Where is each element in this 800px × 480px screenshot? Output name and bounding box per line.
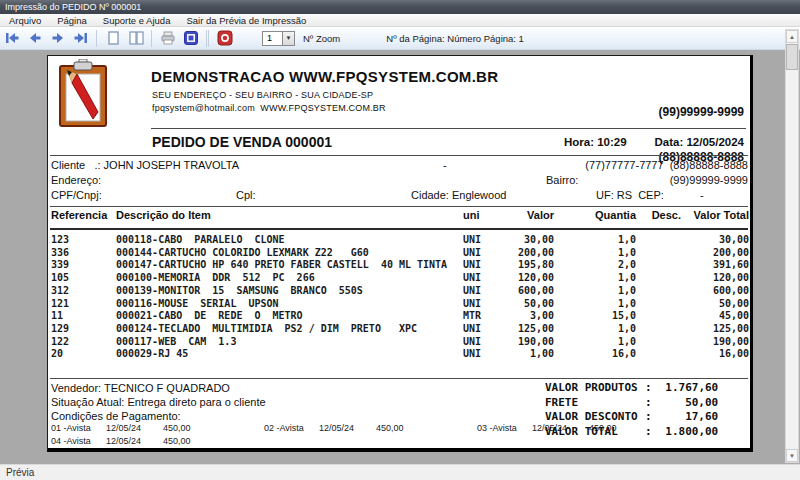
first-page-icon [4, 30, 20, 46]
table-header: Referencia Descrição do Item uni Valor Q… [48, 209, 753, 221]
cell-valor-total: 120,00 [681, 272, 749, 285]
cell-valor: 3,00 [505, 310, 554, 323]
table-row: 20 000029-RJ 45 UNI 1,00 16,0 16,00 [48, 348, 753, 361]
cell-descricao: 000124-TECLADO MULTIMIDIA PS2 / DIM PRET… [116, 323, 460, 336]
prev-page-button[interactable] [24, 29, 45, 48]
payment-value: 450,00 [163, 422, 213, 435]
titlebar[interactable]: Impressão do PEDIDO Nº 000001 [0, 0, 800, 14]
cell-descricao: 000029-RJ 45 [116, 348, 460, 361]
company-phone-1: (99)99999-9999 [659, 105, 744, 120]
vertical-scrollbar[interactable]: ▲ ▼ [785, 29, 799, 463]
menu-item[interactable]: Arquivo [1, 14, 49, 27]
total-label: VALOR PRODUTOS [545, 381, 645, 396]
table-row: 123 000118-CABO PARALELO CLONE UNI 30,00… [48, 234, 753, 247]
last-page-icon [73, 30, 89, 46]
last-page-button[interactable] [70, 29, 91, 48]
payment-item: 02 -Avista 12/05/24 450,00 [264, 422, 477, 435]
cell-referencia: 339 [51, 259, 116, 272]
zoom-value[interactable]: 1 [262, 31, 282, 46]
first-page-button[interactable] [1, 29, 22, 48]
company-name: DEMONSTRACAO WWW.FPQSYSTEM.COM.BR [151, 68, 498, 85]
status-text: Prévia [6, 467, 34, 478]
cell-quantia: 2,0 [554, 259, 636, 272]
page-number-label: Nº da Página: Número Página: 1 [386, 33, 524, 44]
next-page-icon [50, 30, 66, 46]
menu-item[interactable]: Sair da Prévia de Impressão [178, 14, 314, 27]
cell-referencia: 312 [51, 285, 116, 298]
total-row: VALOR DESCONTO: 17,60 [545, 410, 718, 425]
table-row: 105 000100-MEMORIA DDR 512 PC 266 UNI 12… [48, 272, 753, 285]
prev-page-icon [27, 30, 43, 46]
cell-desc [636, 298, 681, 311]
col-referencia: Referencia [51, 209, 116, 221]
cell-descricao: 000118-CABO PARALELO CLONE [116, 234, 460, 247]
scrollbar-thumb[interactable] [786, 44, 798, 70]
two-page-icon [128, 30, 144, 46]
company-website: WWW.FPQSYSTEM.COM.BR [260, 103, 386, 113]
print-setup-button[interactable] [180, 29, 201, 48]
client-cep-value: - [700, 189, 704, 201]
toolbar-separator [206, 30, 207, 47]
document-page: DEMONSTRACAO WWW.FPQSYSTEM.COM.BR SEU EN… [47, 55, 753, 452]
menu-item[interactable]: Suporte e Ajuda [95, 14, 179, 27]
col-desc: Desc. [636, 209, 681, 221]
cell-valor-total: 600,00 [681, 285, 749, 298]
cell-uni: UNI [460, 259, 505, 272]
print-setup-icon [183, 30, 199, 46]
payment-value: 450,00 [376, 422, 426, 435]
total-row: VALOR PRODUTOS: 1.767,60 [545, 381, 718, 396]
statusbar: Prévia [0, 464, 800, 480]
total-colon: : [645, 396, 652, 409]
toolbar-separator [151, 30, 152, 47]
cell-uni: UNI [460, 336, 505, 349]
cell-valor: 120,00 [505, 272, 554, 285]
chevron-down-icon[interactable]: ▼ [282, 31, 295, 46]
table-row: 129 000124-TECLADO MULTIMIDIA PS2 / DIM … [48, 323, 753, 336]
cell-valor-total: 30,00 [681, 234, 749, 247]
menu-item[interactable]: Página [49, 14, 95, 27]
cell-desc [636, 323, 681, 336]
single-page-view-button[interactable] [102, 29, 123, 48]
scroll-up-icon[interactable]: ▲ [786, 30, 798, 43]
total-value: 1.767,60 [658, 381, 718, 396]
toolbar-separator [208, 30, 209, 47]
table-row: 339 000147-CARTUCHO HP 640 PRETO FABER C… [48, 259, 753, 272]
cell-descricao: 000117-WEB CAM 1.3 [116, 336, 460, 349]
next-page-button[interactable] [47, 29, 68, 48]
printer-icon [160, 30, 176, 46]
divider [50, 228, 748, 230]
cell-desc [636, 348, 681, 361]
zoom-label: Nº Zoom [303, 33, 340, 44]
order-time: Hora: 10:29 [564, 136, 627, 148]
col-valor-total: Valor Total [681, 209, 749, 221]
cell-valor-total: 391,60 [681, 259, 749, 272]
app-window: Impressão do PEDIDO Nº 000001 Arquivo Pá… [0, 0, 800, 480]
payment-date: 12/05/24 [106, 435, 163, 448]
scroll-down-icon[interactable]: ▼ [786, 449, 798, 462]
cell-valor: 600,00 [505, 285, 554, 298]
cell-descricao: 000021-CABO DE REDE O METRO [116, 310, 460, 323]
cell-desc [636, 259, 681, 272]
client-cpl-label: Cpl: [236, 189, 256, 201]
client-uf-cep-label: UF: RS CEP: [596, 189, 664, 201]
payment-label: 04 -Avista [51, 435, 106, 448]
preview-area[interactable]: DEMONSTRACAO WWW.FPQSYSTEM.COM.BR SEU EN… [0, 50, 785, 464]
col-valor: Valor [505, 209, 554, 221]
cell-quantia: 1,0 [554, 247, 636, 260]
zoom-combobox[interactable]: 1 ▼ [262, 31, 295, 46]
total-value: 1.800,00 [658, 425, 718, 440]
cell-quantia: 1,0 [554, 336, 636, 349]
totals-block: VALOR PRODUTOS: 1.767,60 FRETE: 50,00 VA… [545, 381, 718, 439]
print-button[interactable] [157, 29, 178, 48]
cell-quantia: 1,0 [554, 285, 636, 298]
total-label: VALOR DESCONTO [545, 410, 645, 425]
company-address: SEU ENDEREÇO - SEU BAIRRO - SUA CIDADE-S… [152, 90, 373, 100]
cell-valor: 50,00 [505, 298, 554, 311]
payment-item: 04 -Avista 12/05/24 450,00 [51, 435, 264, 448]
cell-uni: MTR [460, 310, 505, 323]
two-page-view-button[interactable] [125, 29, 146, 48]
cell-referencia: 122 [51, 336, 116, 349]
close-preview-button[interactable] [214, 29, 235, 48]
single-page-icon [105, 30, 121, 46]
cell-referencia: 105 [51, 272, 116, 285]
